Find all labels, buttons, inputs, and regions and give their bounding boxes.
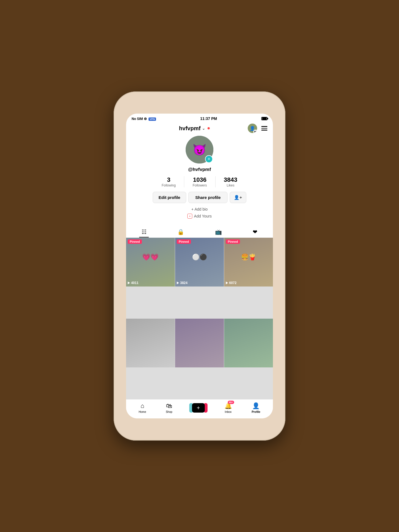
profile-nav-item[interactable]: 👤 Profile [252, 402, 260, 413]
add-yours-icon: + [187, 214, 192, 219]
video-item-5[interactable] [175, 319, 224, 367]
profile-label: Profile [252, 410, 260, 413]
inbox-label: Inbox [225, 410, 231, 413]
nav-right: 👤 99 [248, 124, 267, 133]
play-icon-3 [226, 282, 228, 284]
pinned-badge-1: Pinned [128, 239, 142, 244]
video-item-2[interactable]: Pinned 3824 [175, 238, 224, 287]
following-stat[interactable]: 3 Following [153, 176, 184, 187]
inbox-count: 99+ [228, 401, 234, 404]
add-post-inner: + [192, 403, 205, 413]
stats-row: 3 Following 1036 Followers 3843 Likes [132, 176, 267, 187]
view-count-3: 6072 [226, 281, 237, 285]
add-post-button[interactable]: + [192, 403, 205, 413]
battery-status [261, 117, 267, 120]
home-nav-item[interactable]: ⌂ Home [139, 402, 146, 413]
dropdown-chevron: ⌄ [202, 126, 205, 131]
profile-avatar[interactable]: 😈 + [186, 136, 213, 163]
pinned-badge-3: Pinned [226, 239, 240, 244]
content-grid: Pinned 4011 Pinned 3824 Pinned 6072 [126, 238, 273, 399]
heart-icon: ❤ [253, 229, 257, 235]
edit-profile-button[interactable]: Edit profile [153, 192, 186, 203]
status-bar: No SIM ⊜ VPN 11:37 PM [126, 114, 273, 122]
following-count: 3 [167, 176, 170, 183]
video-item-1[interactable]: Pinned 4011 [126, 238, 175, 287]
top-nav: hvfvpmf ⌄ 👤 99 [126, 122, 273, 136]
home-icon: ⌂ [140, 402, 144, 410]
add-yours-label: Add Yours [194, 214, 212, 218]
followers-stat[interactable]: 1036 Followers [184, 176, 215, 187]
add-bio-button[interactable]: + Add bio [191, 207, 208, 211]
username-display: hvfvpmf [179, 125, 201, 132]
signal-status: No SIM ⊜ VPN [132, 117, 156, 121]
add-person-icon: 👤+ [234, 195, 242, 200]
pinned-badge-2: Pinned [177, 239, 191, 244]
avatar-icon[interactable]: 👤 99 [248, 124, 257, 133]
inbox-nav-item[interactable]: 🔔 99+ Inbox [224, 402, 232, 413]
profile-handle: @hvfvpmf [188, 167, 211, 172]
home-label: Home [139, 410, 146, 413]
video-item-3[interactable]: Pinned 6072 [224, 238, 273, 287]
repost-tab[interactable]: 📺 [209, 227, 227, 236]
lock-icon: 🔒 [177, 229, 184, 235]
username-area[interactable]: hvfvpmf ⌄ [179, 125, 210, 132]
locked-tab[interactable]: 🔒 [172, 227, 190, 236]
shop-label: Shop [166, 410, 172, 413]
view-count-1: 4011 [128, 281, 139, 285]
notification-badge: 99 [253, 130, 257, 133]
followers-count: 1036 [193, 176, 206, 183]
notification-dot [208, 127, 210, 129]
phone-screen: No SIM ⊜ VPN 11:37 PM hvfvpmf ⌄ 👤 [126, 114, 273, 418]
share-profile-button[interactable]: Share profile [188, 192, 228, 203]
videos-tab[interactable]: ☷ [136, 227, 152, 236]
profile-icon: 👤 [252, 402, 260, 410]
play-icon-2 [177, 282, 179, 284]
hamburger-menu[interactable] [261, 126, 267, 131]
shop-icon: 🛍 [166, 402, 172, 410]
vpn-badge: VPN [149, 117, 156, 121]
followers-label: Followers [193, 183, 207, 187]
likes-label: Likes [227, 183, 234, 187]
bottom-nav: ⌂ Home 🛍 Shop + 🔔 99+ Inbox 👤 [126, 399, 273, 418]
video-item-4[interactable] [126, 319, 175, 367]
likes-count: 3843 [224, 176, 237, 183]
time-display: 11:37 PM [200, 116, 217, 121]
liked-tab[interactable]: ❤ [247, 227, 263, 236]
add-avatar-button[interactable]: + [205, 155, 213, 163]
content-tabs: ☷ 🔒 📺 ❤ [126, 225, 273, 238]
wifi-icon: ⊜ [144, 117, 147, 121]
play-icon-1 [128, 282, 130, 284]
repost-icon: 📺 [215, 229, 222, 235]
likes-stat[interactable]: 3843 Likes [216, 176, 246, 187]
add-friend-button[interactable]: 👤+ [230, 192, 246, 203]
profile-section: 😈 + @hvfvpmf 3 Following 1036 Followers … [126, 136, 273, 225]
view-count-2: 3824 [177, 281, 188, 285]
video-item-6[interactable] [224, 319, 273, 367]
shop-nav-item[interactable]: 🛍 Shop [166, 402, 172, 413]
add-yours-button[interactable]: + Add Yours [187, 214, 212, 219]
following-label: Following [162, 183, 176, 187]
action-buttons: Edit profile Share profile 👤+ [132, 192, 267, 203]
videos-icon: ☷ [142, 229, 147, 235]
add-post-nav-item[interactable]: + [192, 403, 205, 413]
phone-device: No SIM ⊜ VPN 11:37 PM hvfvpmf ⌄ 👤 [114, 91, 285, 441]
battery-icon [261, 117, 267, 120]
